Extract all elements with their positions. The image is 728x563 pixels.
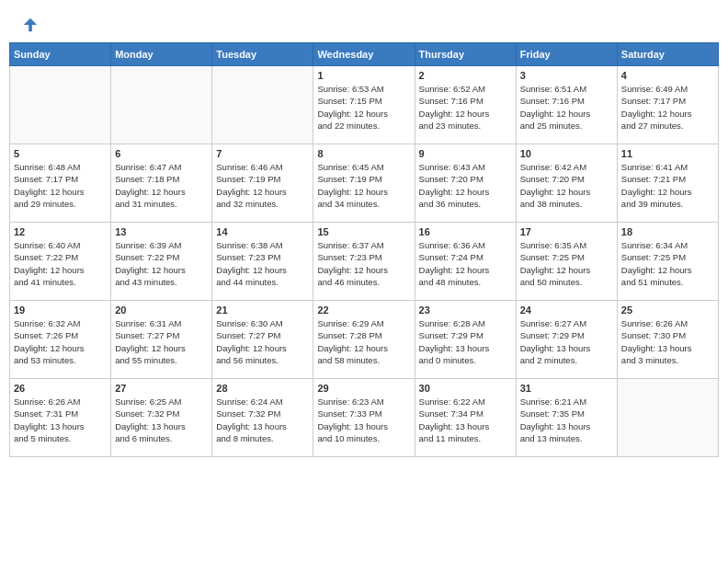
day-number: 24	[520, 304, 613, 316]
day-info: Sunrise: 6:21 AMSunset: 7:35 PMDaylight:…	[520, 396, 613, 444]
day-number: 3	[520, 70, 613, 81]
calendar-cell: 18Sunrise: 6:34 AMSunset: 7:25 PMDayligh…	[617, 223, 718, 301]
calendar-cell: 3Sunrise: 6:51 AMSunset: 7:16 PMDaylight…	[516, 66, 617, 144]
day-info: Sunrise: 6:29 AMSunset: 7:28 PMDaylight:…	[317, 317, 410, 366]
day-number: 5	[14, 148, 107, 159]
day-info: Sunrise: 6:51 AMSunset: 7:16 PMDaylight:…	[520, 83, 613, 132]
day-info: Sunrise: 6:45 AMSunset: 7:19 PMDaylight:…	[317, 161, 410, 210]
day-info: Sunrise: 6:26 AMSunset: 7:30 PMDaylight:…	[621, 317, 714, 366]
day-number: 28	[216, 383, 309, 394]
day-info: Sunrise: 6:30 AMSunset: 7:27 PMDaylight:…	[216, 317, 309, 366]
calendar-cell: 17Sunrise: 6:35 AMSunset: 7:25 PMDayligh…	[516, 223, 617, 301]
day-number: 23	[419, 304, 512, 316]
day-of-week-header: Tuesday	[212, 43, 313, 66]
day-number: 31	[520, 383, 613, 394]
calendar-cell: 7Sunrise: 6:46 AMSunset: 7:19 PMDaylight…	[212, 144, 313, 223]
week-row: 12Sunrise: 6:40 AMSunset: 7:22 PMDayligh…	[10, 223, 719, 301]
calendar-cell: 10Sunrise: 6:42 AMSunset: 7:20 PMDayligh…	[516, 144, 617, 223]
day-number: 20	[115, 304, 208, 316]
day-of-week-header: Sunday	[10, 43, 111, 66]
calendar-cell: 26Sunrise: 6:26 AMSunset: 7:31 PMDayligh…	[10, 379, 111, 457]
calendar-cell: 25Sunrise: 6:26 AMSunset: 7:30 PMDayligh…	[617, 301, 718, 379]
day-of-week-header: Saturday	[617, 43, 718, 66]
day-of-week-header: Monday	[111, 43, 212, 66]
day-number: 8	[317, 148, 410, 159]
day-info: Sunrise: 6:46 AMSunset: 7:19 PMDaylight:…	[216, 161, 309, 210]
day-info: Sunrise: 6:42 AMSunset: 7:20 PMDaylight:…	[520, 161, 613, 210]
day-info: Sunrise: 6:22 AMSunset: 7:34 PMDaylight:…	[419, 396, 512, 444]
day-info: Sunrise: 6:28 AMSunset: 7:29 PMDaylight:…	[419, 317, 512, 366]
day-info: Sunrise: 6:49 AMSunset: 7:17 PMDaylight:…	[621, 83, 714, 132]
day-info: Sunrise: 6:52 AMSunset: 7:16 PMDaylight:…	[419, 83, 512, 132]
day-info: Sunrise: 6:27 AMSunset: 7:29 PMDaylight:…	[520, 317, 613, 366]
day-number: 18	[621, 226, 714, 237]
calendar-cell: 24Sunrise: 6:27 AMSunset: 7:29 PMDayligh…	[516, 301, 617, 379]
day-number: 17	[520, 226, 613, 237]
day-info: Sunrise: 6:41 AMSunset: 7:21 PMDaylight:…	[621, 161, 714, 210]
calendar-cell: 9Sunrise: 6:43 AMSunset: 7:20 PMDaylight…	[415, 144, 516, 223]
day-number: 22	[317, 304, 410, 316]
day-info: Sunrise: 6:26 AMSunset: 7:31 PMDaylight:…	[14, 396, 107, 444]
calendar-cell: 1Sunrise: 6:53 AMSunset: 7:15 PMDaylight…	[313, 66, 415, 144]
day-number: 15	[317, 226, 410, 237]
calendar-cell: 19Sunrise: 6:32 AMSunset: 7:26 PMDayligh…	[10, 301, 111, 379]
day-number: 10	[520, 148, 613, 159]
day-number: 6	[115, 148, 208, 159]
calendar-cell: 20Sunrise: 6:31 AMSunset: 7:27 PMDayligh…	[111, 301, 212, 379]
calendar-cell	[111, 66, 212, 144]
day-number: 2	[419, 70, 512, 81]
day-info: Sunrise: 6:37 AMSunset: 7:23 PMDaylight:…	[317, 239, 410, 288]
day-info: Sunrise: 6:48 AMSunset: 7:17 PMDaylight:…	[14, 161, 107, 210]
calendar-cell: 13Sunrise: 6:39 AMSunset: 7:22 PMDayligh…	[111, 223, 212, 301]
day-info: Sunrise: 6:39 AMSunset: 7:22 PMDaylight:…	[115, 239, 208, 288]
week-row: 26Sunrise: 6:26 AMSunset: 7:31 PMDayligh…	[10, 379, 719, 457]
calendar-cell: 8Sunrise: 6:45 AMSunset: 7:19 PMDaylight…	[313, 144, 415, 223]
day-number: 1	[317, 70, 410, 81]
calendar-cell: 16Sunrise: 6:36 AMSunset: 7:24 PMDayligh…	[415, 223, 516, 301]
calendar-cell: 30Sunrise: 6:22 AMSunset: 7:34 PMDayligh…	[415, 379, 516, 457]
calendar-cell	[617, 379, 718, 457]
calendar-cell: 14Sunrise: 6:38 AMSunset: 7:23 PMDayligh…	[212, 223, 313, 301]
week-row: 5Sunrise: 6:48 AMSunset: 7:17 PMDaylight…	[10, 144, 719, 223]
calendar-cell: 29Sunrise: 6:23 AMSunset: 7:33 PMDayligh…	[313, 379, 415, 457]
calendar-header-row: SundayMondayTuesdayWednesdayThursdayFrid…	[10, 43, 719, 66]
calendar-cell: 11Sunrise: 6:41 AMSunset: 7:21 PMDayligh…	[617, 144, 718, 223]
day-info: Sunrise: 6:36 AMSunset: 7:24 PMDaylight:…	[419, 239, 512, 288]
calendar-cell: 23Sunrise: 6:28 AMSunset: 7:29 PMDayligh…	[415, 301, 516, 379]
calendar-cell: 12Sunrise: 6:40 AMSunset: 7:22 PMDayligh…	[10, 223, 111, 301]
day-of-week-header: Friday	[516, 43, 617, 66]
day-number: 27	[115, 383, 208, 394]
logo-icon	[22, 17, 39, 33]
header	[9, 9, 719, 37]
day-number: 25	[621, 304, 714, 316]
calendar-cell: 15Sunrise: 6:37 AMSunset: 7:23 PMDayligh…	[313, 223, 415, 301]
logo	[20, 17, 39, 33]
calendar-cell: 31Sunrise: 6:21 AMSunset: 7:35 PMDayligh…	[516, 379, 617, 457]
day-info: Sunrise: 6:23 AMSunset: 7:33 PMDaylight:…	[317, 396, 410, 444]
day-number: 21	[216, 304, 309, 316]
day-info: Sunrise: 6:40 AMSunset: 7:22 PMDaylight:…	[14, 239, 107, 288]
calendar-cell: 27Sunrise: 6:25 AMSunset: 7:32 PMDayligh…	[111, 379, 212, 457]
day-info: Sunrise: 6:47 AMSunset: 7:18 PMDaylight:…	[115, 161, 208, 210]
day-number: 9	[419, 148, 512, 159]
calendar-cell	[10, 66, 111, 144]
day-number: 11	[621, 148, 714, 159]
day-info: Sunrise: 6:32 AMSunset: 7:26 PMDaylight:…	[14, 317, 107, 366]
day-number: 19	[14, 304, 107, 316]
day-info: Sunrise: 6:31 AMSunset: 7:27 PMDaylight:…	[115, 317, 208, 366]
day-number: 4	[621, 70, 714, 81]
day-info: Sunrise: 6:24 AMSunset: 7:32 PMDaylight:…	[216, 396, 309, 444]
day-number: 7	[216, 148, 309, 159]
day-number: 16	[419, 226, 512, 237]
day-info: Sunrise: 6:43 AMSunset: 7:20 PMDaylight:…	[419, 161, 512, 210]
day-info: Sunrise: 6:38 AMSunset: 7:23 PMDaylight:…	[216, 239, 309, 288]
calendar-cell	[212, 66, 313, 144]
day-number: 29	[317, 383, 410, 394]
day-of-week-header: Wednesday	[313, 43, 415, 66]
calendar-table: SundayMondayTuesdayWednesdayThursdayFrid…	[9, 42, 719, 457]
calendar-cell: 4Sunrise: 6:49 AMSunset: 7:17 PMDaylight…	[617, 66, 718, 144]
day-info: Sunrise: 6:53 AMSunset: 7:15 PMDaylight:…	[317, 83, 410, 132]
day-of-week-header: Thursday	[415, 43, 516, 66]
day-number: 14	[216, 226, 309, 237]
day-number: 13	[115, 226, 208, 237]
